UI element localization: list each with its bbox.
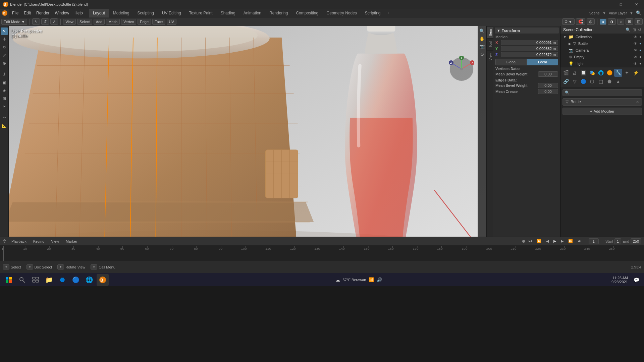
props-search-input[interactable] [571, 91, 640, 95]
outliner-camera-row[interactable]: 📷 Camera 👁 ● [566, 47, 644, 54]
vertex-menu[interactable]: Vertex [121, 19, 136, 25]
outliner-sync-icon[interactable]: ↺ [638, 27, 641, 32]
prop-icon-render[interactable]: 🎬 [562, 69, 570, 77]
camera-render-icon[interactable]: ● [639, 48, 641, 52]
viewport-3d[interactable]: User Perspective (1) Bottle X Y Z [9, 26, 486, 237]
prop-icon-particles[interactable]: ✦ [623, 69, 631, 77]
current-frame-field[interactable]: 1 [589, 238, 599, 244]
prop-icon-uv[interactable]: ◫ [597, 77, 605, 85]
taskbar-task-view-btn[interactable] [30, 274, 42, 286]
taskbar-clock[interactable]: 11:26 AM 9/23/2021 [609, 276, 631, 284]
menu-edit[interactable]: Edit [21, 9, 34, 17]
face-menu[interactable]: Face [152, 19, 165, 25]
menu-help[interactable]: Help [72, 9, 86, 17]
tool-move[interactable]: ✛ [1, 36, 8, 43]
transform-rotate-btn[interactable]: ↺ [41, 18, 49, 25]
object-name-close-icon[interactable]: ✕ [636, 100, 639, 104]
workspace-compositing[interactable]: Compositing [292, 9, 322, 17]
edge-menu[interactable]: Edge [138, 19, 151, 25]
menu-window[interactable]: Window [52, 9, 72, 17]
outliner-empty-row[interactable]: ⊕ Empty 👁 ● [566, 54, 644, 60]
vertex-bevel-weight-value[interactable]: 0.00 [538, 71, 558, 77]
prop-icon-modifier[interactable]: 🔧 [614, 69, 622, 77]
tool-extrude[interactable]: ⤴ [1, 71, 8, 78]
add-workspace-button[interactable]: + [385, 9, 392, 17]
workspace-shading[interactable]: Shading [217, 9, 239, 17]
viewport-tool-camera[interactable]: 📷 [479, 43, 485, 50]
view-menu[interactable]: View [63, 19, 76, 25]
view-menu-timeline[interactable]: View [49, 239, 61, 244]
outliner-light-row[interactable]: 💡 Light 👁 ● [566, 60, 644, 67]
viewport-shading-render[interactable]: ○ [617, 19, 624, 25]
outliner-search-icon[interactable]: 🔍 [626, 27, 631, 32]
tool-rotate[interactable]: ↺ [1, 44, 8, 51]
play-btn[interactable]: ▶ [551, 238, 558, 244]
jump-end-btn[interactable]: ⏭ [576, 238, 583, 244]
workspace-rendering[interactable]: Rendering [265, 9, 292, 17]
tool-transform[interactable]: ⊕ [1, 60, 8, 67]
collection-select-icon[interactable]: ● [639, 35, 641, 39]
light-render-icon[interactable]: ● [639, 62, 641, 66]
tool-scale[interactable]: ⤢ [1, 52, 8, 59]
next-keyframe-btn[interactable]: ▶ [559, 238, 566, 244]
workspace-modeling[interactable]: Modeling [109, 9, 133, 17]
prop-icon-object[interactable]: 🟠 [605, 69, 613, 77]
viewport-shading-solid[interactable]: ● [600, 19, 607, 25]
next-frame-btn[interactable]: ⏩ [566, 238, 575, 244]
prop-icon-material[interactable]: 🔵 [579, 77, 587, 85]
outliner-collection-row[interactable]: ▼ 📁 Collection 👁 ● [560, 34, 644, 40]
prop-icon-shapekeys[interactable]: ⬡ [588, 77, 596, 85]
prop-icon-vertex-groups[interactable]: ⬟ [605, 77, 613, 85]
tool-inset[interactable]: ▣ [1, 79, 8, 86]
blender-logo[interactable]: B [0, 9, 9, 17]
search-icon[interactable]: 🔍 [636, 10, 641, 15]
empty-visible-icon[interactable]: 👁 [634, 55, 637, 59]
workspace-layout[interactable]: Layout [89, 9, 109, 17]
empty-render-icon[interactable]: ● [639, 55, 641, 59]
close-button[interactable]: ✕ [629, 0, 644, 9]
light-visible-icon[interactable]: 👁 [634, 62, 637, 66]
add-modifier-button[interactable]: + Add Modifier [562, 108, 642, 115]
menu-file[interactable]: File [9, 9, 21, 17]
taskbar-edge-btn[interactable]: ⬣ [56, 274, 68, 286]
marker-menu[interactable]: Marker [64, 239, 79, 244]
viewport-overlays-btn[interactable]: ⊞ [626, 18, 633, 25]
network-icon[interactable]: 📶 [369, 277, 374, 282]
select-menu[interactable]: Select [77, 19, 92, 25]
minimize-button[interactable]: — [598, 0, 613, 9]
tool-knife[interactable]: ✂ [1, 103, 8, 110]
end-frame-field[interactable]: 250 [631, 238, 641, 244]
prop-icon-view-layer[interactable]: 🔲 [579, 69, 587, 77]
mean-crease-value[interactable]: 0.00 [538, 89, 558, 94]
uv-menu[interactable]: UV [167, 19, 176, 25]
navigation-gizmo[interactable]: X Y Z [449, 56, 474, 82]
n-tab-item[interactable]: Item [487, 26, 493, 38]
viewport-tool-hand[interactable]: ✋ [479, 35, 485, 42]
taskbar-app4-btn[interactable]: 🌐 [83, 274, 95, 286]
mesh-menu[interactable]: Mesh [106, 19, 120, 25]
bottle-visible-icon[interactable]: 👁 [634, 42, 637, 46]
tool-bevel[interactable]: ◈ [1, 87, 8, 94]
viewport-tool-zoom[interactable]: 🔍 [479, 27, 485, 34]
taskbar-blender-btn[interactable]: B [97, 274, 109, 286]
start-button[interactable] [3, 274, 15, 286]
mode-selector[interactable]: Edit Mode ▼ [1, 19, 27, 25]
prop-icon-object-data[interactable]: ▽ [571, 77, 579, 85]
taskbar-explorer-btn[interactable]: 📁 [43, 274, 55, 286]
y-value-field[interactable]: 0.000382 m [501, 46, 558, 51]
camera-visible-icon[interactable]: 👁 [634, 48, 637, 52]
outliner-filter-icon[interactable]: ⊞ [633, 27, 636, 32]
prop-icon-constraints[interactable]: 🔗 [562, 77, 570, 85]
tool-cursor[interactable]: ↖ [1, 27, 8, 35]
transform-header[interactable]: ▼ Transform [495, 27, 559, 34]
workspace-geometry-nodes[interactable]: Geometry Nodes [322, 9, 361, 17]
n-tab-view[interactable]: View [487, 50, 493, 63]
snap-toggle[interactable]: 🧲 [576, 18, 585, 25]
tool-loop-cut[interactable]: ⊞ [1, 95, 8, 102]
workspace-scripting[interactable]: Scripting [361, 9, 385, 17]
prev-keyframe-btn[interactable]: ◀ [544, 238, 551, 244]
tool-annotate[interactable]: ✏ [1, 114, 8, 121]
n-tab-tool[interactable]: Tool [487, 38, 493, 50]
transform-pivot-btn[interactable]: ⊙ ▼ [562, 18, 575, 25]
taskbar-app3-btn[interactable]: 🔵 [70, 274, 82, 286]
